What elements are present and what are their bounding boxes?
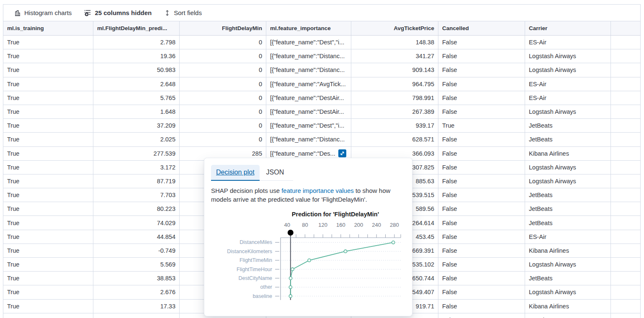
cell-is_training[interactable]: True xyxy=(3,188,93,202)
cell-cancelled[interactable]: True xyxy=(438,119,525,132)
cell-carrier[interactable]: ES-Air xyxy=(525,313,611,318)
cell-prediction[interactable]: 5.765 xyxy=(93,91,180,105)
cell-is_training[interactable]: True xyxy=(3,230,93,244)
cell-feature_importance[interactable]: [{"feature_name":"Dest","i... xyxy=(266,119,351,132)
cell-spacer[interactable] xyxy=(611,91,640,105)
cell-prediction[interactable]: 2.676 xyxy=(93,285,180,299)
cell-is_training[interactable]: True xyxy=(3,63,93,77)
cell-spacer[interactable] xyxy=(611,174,640,188)
cell-cancelled[interactable]: False xyxy=(438,174,525,188)
cell-prediction[interactable]: 50.983 xyxy=(93,63,180,77)
cell-cancelled[interactable]: False xyxy=(438,313,525,318)
cell-carrier[interactable]: ES-Air xyxy=(525,91,611,105)
cell-spacer[interactable] xyxy=(611,272,640,285)
cell-is_training[interactable]: True xyxy=(3,285,93,299)
cell-prediction[interactable]: 37.209 xyxy=(93,119,180,132)
tab-decision-plot[interactable]: Decision plot xyxy=(211,165,260,181)
cell-cancelled[interactable]: False xyxy=(438,49,525,63)
cell-prediction[interactable]: 44.854 xyxy=(93,230,180,244)
cell-prediction[interactable]: 66.494 xyxy=(93,313,180,318)
cell-is_training[interactable]: True xyxy=(3,133,93,146)
column-header-cancelled[interactable]: Cancelled xyxy=(438,21,525,35)
cell-spacer[interactable] xyxy=(611,230,640,244)
cell-spacer[interactable] xyxy=(611,300,640,313)
cell-cancelled[interactable]: False xyxy=(438,77,525,91)
cell-avg_ticket_price[interactable]: 939.17 xyxy=(351,119,438,132)
cell-carrier[interactable]: Kibana Airlines xyxy=(525,244,611,257)
cell-spacer[interactable] xyxy=(611,216,640,229)
cell-is_training[interactable]: True xyxy=(3,161,93,174)
cell-spacer[interactable] xyxy=(611,105,640,118)
cell-is_training[interactable]: True xyxy=(3,77,93,91)
cell-cancelled[interactable]: False xyxy=(438,63,525,77)
cell-carrier[interactable]: Kibana Airlines xyxy=(525,300,611,313)
cell-carrier[interactable]: Logstash Airways xyxy=(525,161,611,174)
cell-spacer[interactable] xyxy=(611,244,640,257)
cell-is_training[interactable]: True xyxy=(3,202,93,215)
cell-cancelled[interactable]: False xyxy=(438,188,525,202)
cell-flight_delay_min[interactable]: 0 xyxy=(180,77,266,91)
cell-avg_ticket_price[interactable]: 148.38 xyxy=(351,36,438,49)
cell-cancelled[interactable]: False xyxy=(438,202,525,215)
cell-is_training[interactable]: True xyxy=(3,49,93,63)
cell-spacer[interactable] xyxy=(611,285,640,299)
cell-carrier[interactable]: Logstash Airways xyxy=(525,258,611,271)
cell-spacer[interactable] xyxy=(611,258,640,271)
cell-is_training[interactable]: True xyxy=(3,105,93,118)
cell-feature_importance[interactable]: [{"feature_name":"Distanc... xyxy=(266,49,351,63)
cell-spacer[interactable] xyxy=(611,77,640,91)
cell-feature_importance[interactable]: [{"feature_name":"Dest","i... xyxy=(266,36,351,49)
cell-carrier[interactable]: ES-Air xyxy=(525,36,611,49)
cell-flight_delay_min[interactable]: 0 xyxy=(180,105,266,118)
sort-fields-button[interactable]: Sort fields xyxy=(164,9,202,16)
cell-prediction[interactable]: 2.025 xyxy=(93,133,180,146)
cell-is_training[interactable]: True xyxy=(3,147,93,160)
cell-prediction[interactable]: 38.853 xyxy=(93,272,180,285)
cell-is_training[interactable]: True xyxy=(3,174,93,188)
cell-carrier[interactable]: Logstash Airways xyxy=(525,63,611,77)
cell-cancelled[interactable]: False xyxy=(438,147,525,160)
column-header-prediction[interactable]: ml.FlightDelayMin_predi... xyxy=(93,21,180,35)
expand-cell-button[interactable] xyxy=(338,149,346,157)
cell-cancelled[interactable]: False xyxy=(438,36,525,49)
cell-spacer[interactable] xyxy=(611,147,640,160)
cell-flight_delay_min[interactable]: 0 xyxy=(180,63,266,77)
cell-carrier[interactable]: JetBeats xyxy=(525,133,611,146)
column-header-avg_ticket_price[interactable]: AvgTicketPrice xyxy=(351,21,438,35)
cell-is_training[interactable]: True xyxy=(3,119,93,132)
cell-spacer[interactable] xyxy=(611,36,640,49)
cell-carrier[interactable]: JetBeats xyxy=(525,202,611,215)
cell-prediction[interactable]: 87.719 xyxy=(93,174,180,188)
cell-is_training[interactable]: True xyxy=(3,300,93,313)
cell-carrier[interactable]: ES-Air xyxy=(525,230,611,244)
cell-prediction[interactable]: 2.798 xyxy=(93,36,180,49)
cell-is_training[interactable]: True xyxy=(3,244,93,257)
cell-flight_delay_min[interactable]: 0 xyxy=(180,133,266,146)
cell-carrier[interactable]: JetBeats xyxy=(525,188,611,202)
column-header-carrier[interactable]: Carrier xyxy=(525,21,611,35)
cell-spacer[interactable] xyxy=(611,202,640,215)
tab-json[interactable]: JSON xyxy=(260,165,294,181)
cell-feature_importance[interactable]: [{"feature_name":"DestAir... xyxy=(266,105,351,118)
cell-spacer[interactable] xyxy=(611,188,640,202)
cell-prediction[interactable]: 80.223 xyxy=(93,202,180,215)
cell-carrier[interactable]: Logstash Airways xyxy=(525,174,611,188)
cell-spacer[interactable] xyxy=(611,313,640,318)
cell-carrier[interactable]: Kibana Airlines xyxy=(525,147,611,160)
cell-prediction[interactable]: 5.569 xyxy=(93,258,180,271)
cell-prediction[interactable]: 2.648 xyxy=(93,77,180,91)
cell-cancelled[interactable]: False xyxy=(438,300,525,313)
cell-avg_ticket_price[interactable]: 267.389 xyxy=(351,105,438,118)
cell-feature_importance[interactable]: [{"feature_name":"Distanc... xyxy=(266,63,351,77)
column-header-spacer[interactable] xyxy=(611,21,640,35)
cell-carrier[interactable]: Logstash Airways xyxy=(525,285,611,299)
cell-prediction[interactable]: -0.749 xyxy=(93,244,180,257)
cell-carrier[interactable]: Logstash Airways xyxy=(525,105,611,118)
cell-spacer[interactable] xyxy=(611,133,640,146)
cell-spacer[interactable] xyxy=(611,119,640,132)
cell-spacer[interactable] xyxy=(611,161,640,174)
cell-feature_importance[interactable]: [{"feature_name":"AvgTick... xyxy=(266,77,351,91)
cell-prediction[interactable]: 1.648 xyxy=(93,105,180,118)
cell-flight_delay_min[interactable]: 0 xyxy=(180,36,266,49)
cell-is_training[interactable]: True xyxy=(3,313,93,318)
